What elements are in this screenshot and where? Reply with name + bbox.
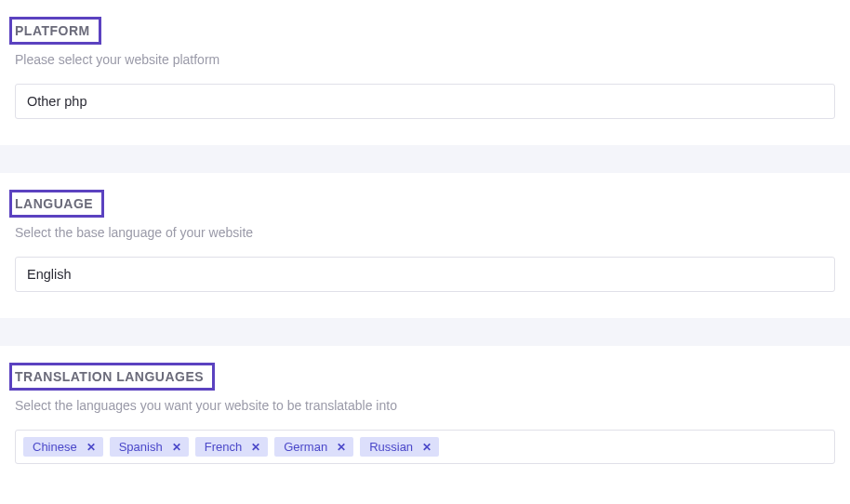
language-section: LANGUAGE Select the base language of you… bbox=[0, 173, 850, 318]
language-tag-label: French bbox=[205, 440, 242, 454]
platform-section: PLATFORM Please select your website plat… bbox=[0, 0, 850, 145]
section-divider bbox=[0, 145, 850, 173]
translation-tag-input[interactable]: Chinese✕Spanish✕French✕German✕Russian✕ bbox=[15, 430, 835, 464]
translation-heading: TRANSLATION LANGUAGES bbox=[9, 363, 215, 391]
language-tag-label: German bbox=[284, 440, 327, 454]
close-icon[interactable]: ✕ bbox=[251, 442, 260, 453]
close-icon[interactable]: ✕ bbox=[422, 442, 432, 453]
translation-subtitle: Select the languages you want your websi… bbox=[15, 398, 835, 413]
platform-subtitle: Please select your website platform bbox=[15, 52, 835, 67]
language-tag: German✕ bbox=[274, 437, 353, 457]
language-subtitle: Select the base language of your website bbox=[15, 225, 835, 240]
translation-section: TRANSLATION LANGUAGES Select the languag… bbox=[0, 346, 850, 490]
language-tag: Chinese✕ bbox=[23, 437, 103, 457]
platform-heading: PLATFORM bbox=[9, 17, 101, 45]
language-tag-label: Russian bbox=[369, 440, 413, 454]
language-tag: Spanish✕ bbox=[110, 437, 189, 457]
language-tag: Russian✕ bbox=[360, 437, 439, 457]
platform-select[interactable]: Other php bbox=[15, 84, 835, 119]
language-tag-label: Chinese bbox=[33, 440, 77, 454]
language-heading: LANGUAGE bbox=[9, 190, 104, 218]
language-select[interactable]: English bbox=[15, 257, 835, 292]
language-tag-label: Spanish bbox=[119, 440, 163, 454]
close-icon[interactable]: ✕ bbox=[172, 442, 181, 453]
close-icon[interactable]: ✕ bbox=[86, 442, 96, 453]
section-divider bbox=[0, 318, 850, 346]
language-tag: French✕ bbox=[195, 437, 268, 457]
close-icon[interactable]: ✕ bbox=[337, 442, 346, 453]
